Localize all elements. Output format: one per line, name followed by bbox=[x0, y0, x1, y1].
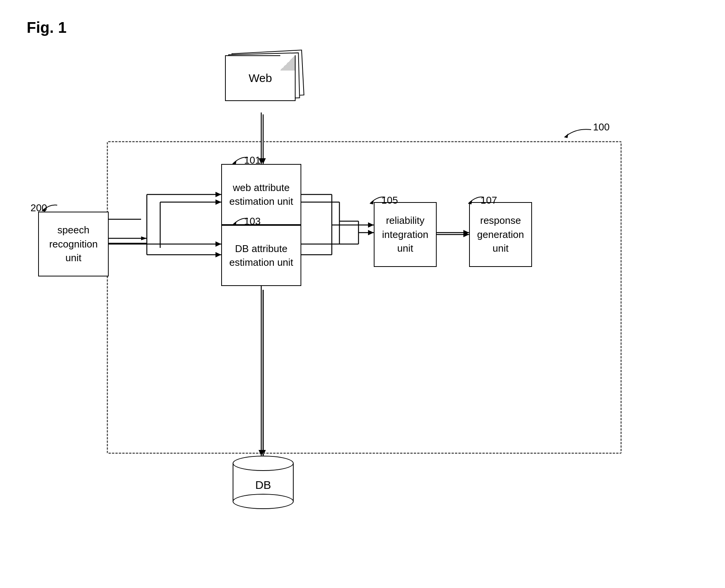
system-container-100 bbox=[107, 141, 622, 454]
svg-marker-25 bbox=[468, 201, 472, 204]
db-label: DB bbox=[255, 479, 271, 492]
ref-101-arrow bbox=[229, 156, 252, 169]
svg-marker-24 bbox=[370, 201, 374, 204]
db-attribute-unit: DB attributeestimation unit bbox=[221, 225, 301, 286]
ref-100-arrow bbox=[561, 126, 599, 145]
ref-105-arrow bbox=[366, 195, 389, 209]
speech-to-system-line bbox=[109, 236, 147, 240]
ref-200-arrow bbox=[38, 203, 61, 215]
speech-recognition-unit: speechrecognitionunit bbox=[38, 212, 109, 276]
web-icon: Web bbox=[225, 51, 301, 112]
ref-107-arrow bbox=[465, 195, 487, 209]
svg-marker-21 bbox=[564, 133, 568, 138]
db-icon: DB bbox=[233, 456, 294, 509]
web-attribute-unit: web attributeestimation unit bbox=[221, 164, 301, 225]
svg-marker-23 bbox=[233, 222, 236, 226]
svg-marker-26 bbox=[42, 208, 46, 212]
svg-marker-22 bbox=[233, 161, 236, 165]
response-generation-unit: responsegenerationunit bbox=[469, 202, 532, 267]
ref-103-arrow bbox=[229, 217, 252, 230]
figure-label: Fig. 1 bbox=[27, 19, 66, 36]
reliability-integration-unit: reliabilityintegrationunit bbox=[374, 202, 437, 267]
svg-marker-28 bbox=[141, 236, 147, 240]
